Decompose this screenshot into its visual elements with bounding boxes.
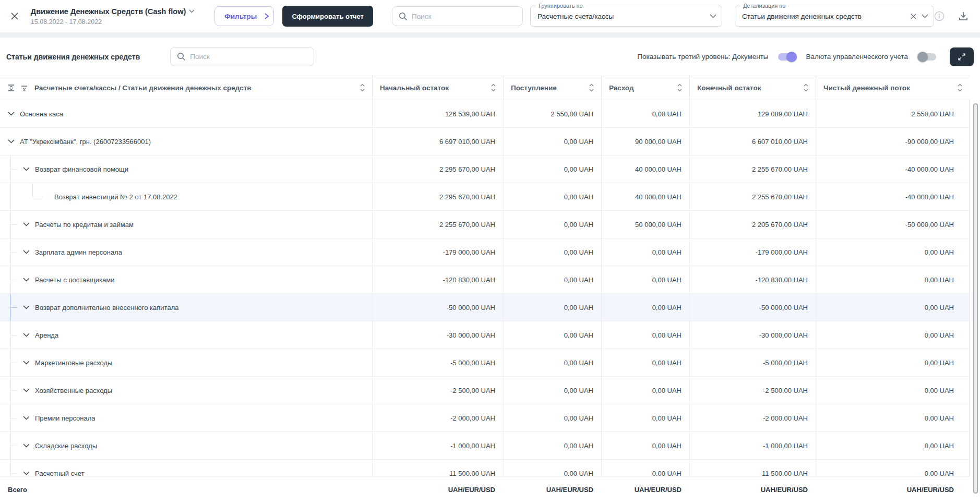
cell-value: 0,00 UAH xyxy=(564,304,593,312)
table-header: Расчетные счета/кассы / Статьи движения … xyxy=(0,76,970,100)
cell-value: -5 000,00 UAH xyxy=(450,359,495,367)
cell-net-cash-flow: 0,00 UAH xyxy=(816,294,970,321)
table-row[interactable]: Аренда -30 000,00 UAH 0,00 UAH 0,00 UAH … xyxy=(0,321,970,349)
cell-value: -2 500,00 UAH xyxy=(450,387,495,394)
cell-value: 0,00 UAH xyxy=(564,359,593,367)
column-header-accounts[interactable]: Расчетные счета/кассы / Статьи движения … xyxy=(0,76,372,100)
table-row[interactable]: Расчетный счет 11 500,00 UAH 0,00 UAH 0,… xyxy=(0,460,970,476)
row-expand-icon[interactable] xyxy=(23,388,30,392)
row-expand-icon[interactable] xyxy=(23,361,30,365)
row-expand-icon[interactable] xyxy=(23,278,30,282)
tree-cell: Возврат дополнительно внесенного капитал… xyxy=(0,294,372,321)
cell-value: 2 295 670,00 UAH xyxy=(439,193,495,201)
cell-closing-balance: -30 000,00 UAH xyxy=(689,321,816,349)
sort-icon[interactable] xyxy=(359,83,366,92)
generate-report-button[interactable]: Сформировать отчет xyxy=(282,6,373,27)
table-row[interactable]: АТ "Укрексімбанк", грн. (26007233566001)… xyxy=(0,128,970,155)
table-row[interactable]: Расчеты по кредитам и займам 2 255 670,0… xyxy=(0,211,970,238)
group-by-select[interactable]: Группировать по Расчетные счета/кассы xyxy=(530,6,722,27)
expand-icon xyxy=(957,52,966,62)
table-row[interactable]: Расчеты с поставщиками -120 830,00 UAH 0… xyxy=(0,266,970,294)
table-row[interactable]: Возврат дополнительно внесенного капитал… xyxy=(0,294,970,321)
cell-opening-balance: -120 830,00 UAH xyxy=(372,266,503,293)
column-header-label: Расход xyxy=(609,84,672,92)
row-expand-icon[interactable] xyxy=(23,333,30,337)
cell-value: 6 607 010,00 UAH xyxy=(752,138,808,146)
row-label: Возврат финансовой помощи xyxy=(35,165,128,173)
row-expand-icon[interactable] xyxy=(23,250,30,254)
table-row[interactable]: Складские расходы -1 000,00 UAH 0,00 UAH… xyxy=(0,432,970,460)
row-expand-icon[interactable] xyxy=(23,222,30,226)
currency-toggle[interactable] xyxy=(917,52,936,62)
row-expand-icon[interactable] xyxy=(23,167,30,171)
table-row[interactable]: Маркетинговые расходы -5 000,00 UAH 0,00… xyxy=(0,349,970,377)
row-label: Хозяйственные расходы xyxy=(35,387,112,394)
table-body: Основна каса 126 539,00 UAH 2 550,00 UAH… xyxy=(0,100,970,476)
toolbar-right: Показывать третий уровень: Документы Вал… xyxy=(637,47,974,66)
row-expand-icon[interactable] xyxy=(23,416,30,420)
column-header-closing-balance[interactable]: Конечный остаток xyxy=(689,76,816,100)
cell-value: -90 000,00 UAH xyxy=(905,138,954,146)
column-header-opening-balance[interactable]: Начальный остаток xyxy=(372,76,503,100)
report-title-block: Движение Денежных Средств (Cash flow) 15… xyxy=(31,7,195,26)
column-header-label: Расчетные счета/кассы / Статьи движения … xyxy=(34,84,355,92)
row-expand-icon[interactable] xyxy=(23,305,30,309)
cell-opening-balance: -50 000,00 UAH xyxy=(372,294,503,321)
sort-icon[interactable] xyxy=(957,83,963,92)
clear-icon[interactable] xyxy=(911,14,916,19)
collapse-all-icon[interactable] xyxy=(20,84,28,92)
chevron-down-icon[interactable] xyxy=(710,14,716,18)
sort-icon[interactable] xyxy=(490,83,497,92)
table-row[interactable]: Возврат финансовой помощи 2 295 670,00 U… xyxy=(0,155,970,183)
cell-value: 0,00 UAH xyxy=(564,221,593,229)
tree-cell: Складские расходы xyxy=(0,432,372,459)
chevron-down-icon[interactable] xyxy=(922,14,928,18)
row-expand-icon[interactable] xyxy=(8,139,15,143)
table-search-input[interactable] xyxy=(190,53,307,61)
tree-cell: Расчеты с поставщиками xyxy=(0,266,372,293)
cell-opening-balance: 2 295 670,00 UAH xyxy=(372,155,503,183)
column-header-income[interactable]: Поступление xyxy=(503,76,601,100)
row-label: Расчетный счет xyxy=(35,470,85,476)
filters-button[interactable]: Фильтры xyxy=(214,6,274,26)
row-expand-icon[interactable] xyxy=(8,112,15,116)
cell-net-cash-flow: 0,00 UAH xyxy=(816,432,970,459)
cell-value: 2 205 670,00 UAH xyxy=(752,221,808,229)
detail-by-label: Детализация по xyxy=(740,3,788,9)
close-button[interactable] xyxy=(8,9,21,23)
cell-opening-balance: -179 000,00 UAH xyxy=(372,238,503,266)
table-row[interactable]: Основна каса 126 539,00 UAH 2 550,00 UAH… xyxy=(0,100,970,128)
cell-value: 0,00 UAH xyxy=(652,248,682,256)
info-button[interactable] xyxy=(934,11,945,21)
top-search-input[interactable] xyxy=(412,13,516,20)
tree-cell: Зарплата админ персонала xyxy=(0,238,372,266)
table-row[interactable]: Хозяйственные расходы -2 500,00 UAH 0,00… xyxy=(0,377,970,404)
row-label: Аренда xyxy=(35,331,58,339)
top-search[interactable] xyxy=(392,6,523,26)
footer-value: UAH/EUR/USD xyxy=(503,476,601,503)
column-header-net-cash-flow[interactable]: Чистый денежный поток xyxy=(816,76,970,100)
row-expand-icon[interactable] xyxy=(23,444,30,448)
cell-value: -120 830,00 UAH xyxy=(756,276,808,284)
third-level-toggle-label: Показывать третий уровень: Документы xyxy=(637,53,768,61)
sort-icon[interactable] xyxy=(803,83,809,92)
table-row[interactable]: Возврат инвестиций № 2 от 17.08.2022 2 2… xyxy=(0,183,970,211)
vertical-scrollbar[interactable] xyxy=(973,103,978,494)
detail-by-select[interactable]: Детализация по Статьи движения денежных … xyxy=(735,6,934,27)
cell-value: -1 000,00 UAH xyxy=(450,442,495,450)
table-row[interactable]: Зарплата админ персонала -179 000,00 UAH… xyxy=(0,238,970,266)
expand-all-icon[interactable] xyxy=(7,84,15,92)
column-header-expense[interactable]: Расход xyxy=(601,76,689,100)
cell-value: 0,00 UAH xyxy=(652,304,682,312)
table-row[interactable]: Премии персонала -2 000,00 UAH 0,00 UAH … xyxy=(0,404,970,432)
report-title-row[interactable]: Движение Денежных Средств (Cash flow) xyxy=(31,7,195,16)
row-expand-icon[interactable] xyxy=(23,471,30,475)
download-button[interactable] xyxy=(958,11,969,21)
sort-icon[interactable] xyxy=(676,83,683,92)
third-level-toggle[interactable] xyxy=(778,52,797,62)
fullscreen-button[interactable] xyxy=(950,47,974,66)
toggle-knob xyxy=(786,52,797,62)
cell-expense: 0,00 UAH xyxy=(601,404,689,432)
table-search[interactable] xyxy=(170,47,314,66)
sort-icon[interactable] xyxy=(588,83,595,92)
